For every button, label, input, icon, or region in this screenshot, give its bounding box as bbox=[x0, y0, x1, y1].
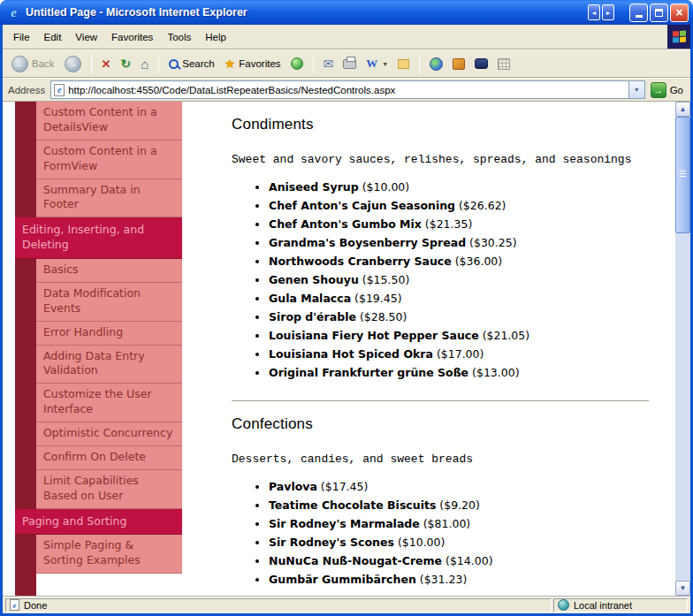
sidebar-item[interactable]: Custom Content in a DetailsView bbox=[36, 102, 182, 141]
search-label: Search bbox=[182, 58, 214, 69]
status-text: Done bbox=[24, 600, 47, 611]
binoculars-icon bbox=[475, 58, 488, 69]
media-button[interactable] bbox=[287, 56, 307, 72]
mail-button[interactable]: ✉ bbox=[320, 55, 338, 72]
product-name: Teatime Chocolate Biscuits bbox=[269, 498, 436, 512]
briefcase-button[interactable] bbox=[449, 57, 468, 72]
product-item: Sir Rodney's Scones ($10.00) bbox=[269, 536, 649, 549]
scroll-down-button[interactable]: ▼ bbox=[675, 581, 690, 596]
grid-button[interactable] bbox=[494, 57, 514, 72]
minimize-icon bbox=[636, 15, 643, 18]
status-page-icon: e bbox=[10, 599, 19, 611]
globe-button[interactable] bbox=[426, 56, 446, 72]
menu-favorites[interactable]: Favorites bbox=[104, 28, 160, 46]
scroll-up-button[interactable]: ▲ bbox=[675, 102, 690, 117]
discuss-button[interactable] bbox=[394, 57, 413, 71]
toolbar-separator bbox=[158, 54, 159, 73]
menu-edit[interactable]: Edit bbox=[37, 28, 69, 46]
favorites-button[interactable]: ★ Favorites bbox=[221, 55, 285, 72]
menu-view[interactable]: View bbox=[68, 28, 104, 46]
product-price: ($17.45) bbox=[317, 480, 368, 493]
sidebar-item[interactable]: Summary Data in Footer bbox=[36, 179, 182, 218]
edit-in-word-button[interactable]: W ▼ bbox=[362, 55, 392, 72]
product-name: Chef Anton's Gumbo Mix bbox=[269, 217, 422, 231]
discuss-icon bbox=[398, 59, 409, 69]
maximize-icon bbox=[655, 9, 663, 17]
sidebar-item[interactable]: Customize the User Interface bbox=[36, 384, 182, 422]
product-name: Chef Anton's Cajun Seasoning bbox=[269, 199, 455, 212]
category-section: Condiments Sweet and savory sauces, reli… bbox=[232, 102, 649, 379]
mail-icon: ✉ bbox=[324, 57, 334, 71]
product-price: ($10.00) bbox=[394, 536, 445, 549]
caption-arrow-right-button[interactable]: ► bbox=[602, 4, 614, 20]
product-item: Sir Rodney's Marmalade ($81.00) bbox=[269, 517, 649, 530]
product-price: ($17.00) bbox=[433, 347, 484, 361]
product-price: ($21.05) bbox=[479, 329, 529, 342]
minimize-button[interactable] bbox=[629, 4, 648, 22]
maximize-button[interactable] bbox=[650, 4, 668, 22]
security-zone-cell: Local intranet bbox=[553, 598, 688, 612]
product-item: Pavlova ($17.45) bbox=[269, 480, 649, 493]
vertical-scrollbar[interactable]: ▲ ▼ bbox=[675, 102, 690, 596]
sidebar-item[interactable]: Error Handling bbox=[36, 322, 182, 346]
favorites-label: Favorites bbox=[239, 58, 280, 69]
sidebar-section-header[interactable]: Editing, Inserting, and Deleting bbox=[15, 217, 182, 259]
product-item: Genen Shouyu ($15.50) bbox=[269, 273, 649, 286]
address-dropdown-button[interactable]: ▼ bbox=[628, 81, 644, 98]
research-button[interactable] bbox=[471, 57, 491, 71]
search-button[interactable]: Search bbox=[165, 57, 217, 71]
sidebar-item[interactable]: Confirm On Delete bbox=[36, 446, 182, 470]
print-button[interactable] bbox=[339, 57, 360, 71]
scrollbar-thumb[interactable] bbox=[675, 117, 690, 233]
menu-file[interactable]: File bbox=[6, 28, 37, 46]
category-description: Sweet and savory sauces, relishes, sprea… bbox=[232, 153, 649, 166]
back-icon: ← bbox=[11, 56, 28, 72]
product-price: ($15.50) bbox=[359, 273, 409, 286]
sidebar-item[interactable]: Data Modification Events bbox=[36, 283, 182, 322]
sidebar-item[interactable]: Limit Capabilities Based on User bbox=[36, 470, 182, 509]
product-price: ($36.00) bbox=[452, 255, 502, 268]
product-item: Grandma's Boysenberry Spread ($30.25) bbox=[269, 236, 649, 249]
product-price: ($14.00) bbox=[442, 554, 492, 567]
menu-tools[interactable]: Tools bbox=[160, 28, 198, 46]
caption-buttons: × bbox=[629, 4, 689, 22]
toolbar-separator bbox=[313, 54, 314, 73]
close-button[interactable]: × bbox=[670, 4, 689, 22]
briefcase-icon bbox=[453, 58, 465, 70]
sidebar-item[interactable]: Custom Content in a FormView bbox=[36, 141, 182, 179]
address-input[interactable] bbox=[68, 81, 624, 98]
forward-button[interactable]: → bbox=[61, 54, 85, 74]
home-button[interactable]: ⌂ bbox=[137, 55, 152, 73]
product-name: Original Frankfurter grüne Soße bbox=[269, 366, 468, 379]
sidebar-item[interactable]: Adding Data Entry Validation bbox=[36, 346, 182, 384]
page-viewport: Custom Content in a DetailsViewCustom Co… bbox=[3, 102, 690, 596]
ie-logo-icon: e bbox=[6, 5, 21, 20]
caption-arrow-left-button[interactable]: ◄ bbox=[588, 4, 600, 20]
back-button[interactable]: ← Back bbox=[8, 54, 58, 74]
stop-button[interactable]: ✕ bbox=[98, 56, 115, 72]
refresh-icon: ↻ bbox=[120, 57, 131, 71]
back-label: Back bbox=[32, 58, 55, 69]
window-title: Untitled Page - Microsoft Internet Explo… bbox=[26, 6, 583, 19]
windows-flag-icon bbox=[673, 30, 686, 42]
sidebar-item[interactable]: Basics bbox=[36, 259, 182, 283]
sidebar-section-header[interactable]: Paging and Sorting bbox=[15, 509, 182, 536]
menu-help[interactable]: Help bbox=[198, 28, 233, 46]
caption-arrow-buttons: ◄ ► bbox=[588, 4, 614, 20]
refresh-button[interactable]: ↻ bbox=[117, 55, 134, 72]
product-item: NuNuCa Nuß-Nougat-Creme ($14.00) bbox=[269, 554, 649, 567]
media-icon bbox=[291, 57, 303, 70]
product-name: Louisiana Fiery Hot Pepper Sauce bbox=[269, 329, 479, 342]
product-name: Sirop d'érable bbox=[269, 310, 356, 323]
sidebar-item[interactable]: Simple Paging & Sorting Examples bbox=[36, 535, 182, 574]
title-bar[interactable]: e Untitled Page - Microsoft Internet Exp… bbox=[0, 0, 693, 25]
product-price: ($21.35) bbox=[422, 217, 472, 231]
sidebar-item[interactable]: Optimistic Concurrency bbox=[36, 422, 182, 446]
product-item: Aniseed Syrup ($10.00) bbox=[269, 180, 649, 194]
category-section: Confections Desserts, candies, and sweet… bbox=[232, 401, 649, 586]
toolbar-separator bbox=[419, 54, 420, 73]
go-button[interactable]: → Go bbox=[651, 82, 683, 98]
dropdown-arrow-icon: ▼ bbox=[382, 61, 388, 67]
product-item: Sirop d'érable ($28.50) bbox=[269, 310, 649, 323]
product-price: ($26.62) bbox=[455, 199, 506, 212]
